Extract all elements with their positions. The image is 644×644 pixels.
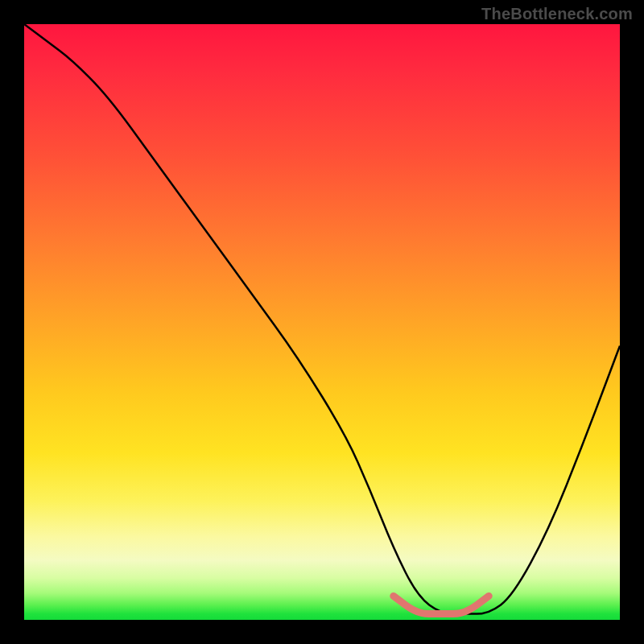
bottleneck-curve [24, 24, 620, 614]
watermark-text: TheBottleneck.com [481, 5, 633, 23]
chart-container: TheBottleneck.com [0, 0, 644, 644]
valley-highlight [394, 596, 489, 613]
plot-area [24, 24, 620, 620]
curve-layer [24, 24, 620, 620]
